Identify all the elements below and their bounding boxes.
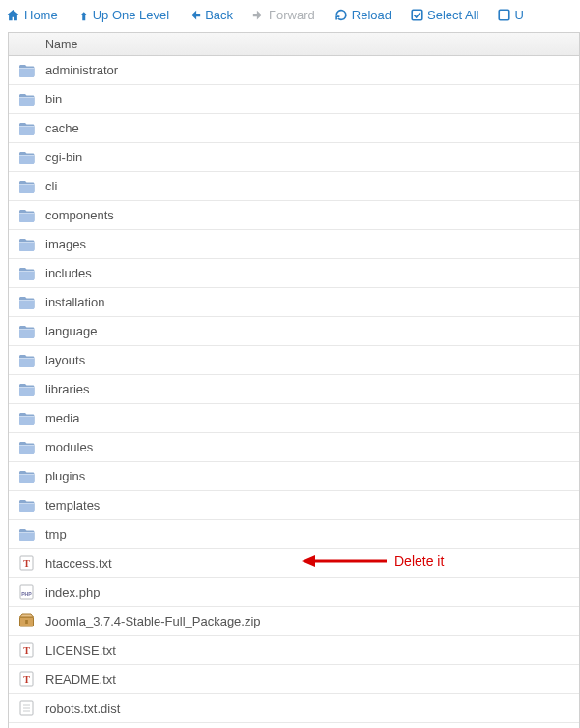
list-item[interactable]: cgi-bin: [9, 143, 579, 172]
list-item[interactable]: images: [9, 230, 579, 259]
reload-label: Reload: [352, 8, 392, 22]
list-item[interactable]: media: [9, 404, 579, 433]
list-item[interactable]: cli: [9, 172, 579, 201]
list-item[interactable]: bin: [9, 85, 579, 114]
list-item[interactable]: installation: [9, 288, 579, 317]
item-name: templates: [45, 498, 579, 512]
check-square-icon: [411, 9, 423, 21]
list-item[interactable]: index.php: [9, 578, 579, 607]
item-name: cgi-bin: [45, 150, 579, 164]
folder-icon: [9, 381, 45, 397]
reload-icon: [334, 9, 348, 21]
list-item[interactable]: language: [9, 317, 579, 346]
list-item[interactable]: modules: [9, 433, 579, 462]
square-icon: [498, 9, 510, 21]
txt-icon: [9, 555, 45, 571]
item-name: bin: [45, 92, 579, 106]
folder-icon: [9, 120, 45, 136]
level-up-icon: [77, 9, 89, 22]
forward-label: Forward: [269, 8, 315, 22]
list-item[interactable]: tmp: [9, 520, 579, 549]
reload-button[interactable]: Reload: [334, 8, 392, 22]
column-name-header[interactable]: Name: [45, 38, 77, 51]
list-item[interactable]: htaccess.txt: [9, 549, 579, 578]
folder-icon: [9, 410, 45, 426]
txt-icon: [9, 642, 45, 658]
item-name: Joomla_3.7.4-Stable-Full_Package.zip: [45, 614, 579, 628]
arrow-right-icon: [252, 9, 265, 21]
item-name: LICENSE.txt: [45, 643, 579, 657]
up-label: Up One Level: [93, 8, 170, 22]
list-item[interactable]: components: [9, 201, 579, 230]
file-icon: [9, 700, 45, 716]
list-item[interactable]: plugins: [9, 462, 579, 491]
svg-rect-0: [412, 10, 422, 20]
select-all-button[interactable]: Select All: [411, 8, 478, 22]
zip-icon: [9, 613, 45, 629]
folder-icon: [9, 91, 45, 107]
forward-button[interactable]: Forward: [252, 8, 315, 22]
list-item[interactable]: layouts: [9, 346, 579, 375]
item-name: administrator: [45, 63, 579, 77]
item-name: cache: [45, 121, 579, 135]
item-name: installation: [45, 295, 579, 309]
item-name: README.txt: [45, 672, 579, 686]
home-label: Home: [24, 8, 58, 22]
folder-icon: [9, 439, 45, 455]
select-all-label: Select All: [427, 8, 478, 22]
file-list: Name administratorbincachecgi-binclicomp…: [8, 32, 580, 728]
item-name: libraries: [45, 382, 579, 396]
item-name: htaccess.txt: [45, 556, 579, 570]
item-name: components: [45, 208, 579, 222]
item-name: images: [45, 237, 579, 251]
folder-icon: [9, 497, 45, 513]
list-item[interactable]: cache: [9, 114, 579, 143]
list-item[interactable]: robots.txt.dist: [9, 694, 579, 723]
unselect-label: U: [514, 8, 523, 22]
item-name: media: [45, 411, 579, 425]
list-item[interactable]: web.config.txt: [9, 723, 579, 728]
folder-icon: [9, 526, 45, 542]
item-name: tmp: [45, 527, 579, 541]
list-item[interactable]: includes: [9, 259, 579, 288]
item-name: includes: [45, 266, 579, 280]
folder-icon: [9, 323, 45, 339]
svg-rect-1: [500, 10, 510, 20]
list-item[interactable]: README.txt: [9, 665, 579, 694]
back-button[interactable]: Back: [188, 8, 233, 22]
list-item[interactable]: Joomla_3.7.4-Stable-Full_Package.zip: [9, 607, 579, 636]
php-icon: [9, 584, 45, 600]
column-header-row: Name: [9, 33, 579, 56]
item-name: plugins: [45, 469, 579, 483]
back-label: Back: [205, 8, 233, 22]
item-name: robots.txt.dist: [45, 701, 579, 715]
list-item[interactable]: libraries: [9, 375, 579, 404]
arrow-left-icon: [188, 9, 201, 21]
folder-icon: [9, 265, 45, 281]
unselect-button[interactable]: U: [498, 8, 523, 22]
item-name: layouts: [45, 353, 579, 367]
list-item[interactable]: LICENSE.txt: [9, 636, 579, 665]
folder-icon: [9, 62, 45, 78]
folder-icon: [9, 149, 45, 165]
item-name: index.php: [45, 585, 579, 599]
folder-icon: [9, 468, 45, 484]
list-item[interactable]: templates: [9, 491, 579, 520]
folder-icon: [9, 236, 45, 252]
folder-icon: [9, 207, 45, 223]
home-icon: [6, 9, 20, 22]
item-name: language: [45, 324, 579, 338]
item-name: cli: [45, 179, 579, 193]
folder-icon: [9, 352, 45, 368]
home-button[interactable]: Home: [6, 8, 58, 22]
item-name: modules: [45, 440, 579, 454]
list-item[interactable]: administrator: [9, 56, 579, 85]
up-button[interactable]: Up One Level: [77, 8, 170, 22]
folder-icon: [9, 178, 45, 194]
folder-icon: [9, 294, 45, 310]
toolbar: Home Up One Level Back Forward Reload Se…: [0, 0, 580, 32]
txt-icon: [9, 671, 45, 687]
